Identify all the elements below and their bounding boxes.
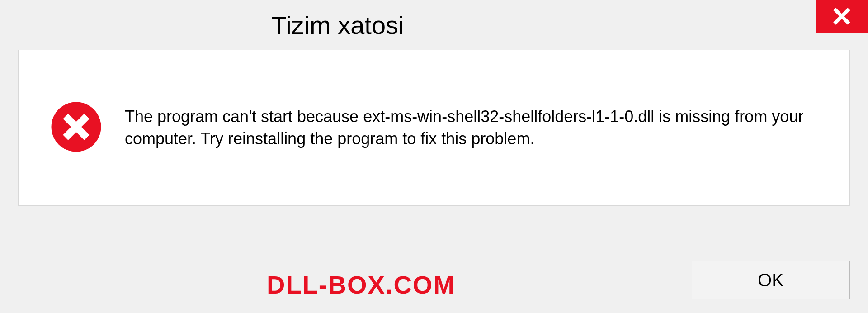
error-icon: [50, 101, 102, 155]
watermark-text: DLL-BOX.COM: [267, 270, 455, 299]
title-bar: Tizim xatosi: [0, 0, 868, 45]
dialog-title: Tizim xatosi: [271, 10, 404, 40]
message-panel: The program can't start because ext-ms-w…: [18, 50, 850, 206]
ok-button[interactable]: OK: [692, 261, 850, 299]
dialog-footer: DLL-BOX.COM OK: [0, 261, 868, 299]
close-icon: [832, 6, 852, 26]
error-message: The program can't start because ext-ms-w…: [125, 106, 826, 150]
ok-button-label: OK: [758, 270, 784, 290]
close-button[interactable]: [816, 0, 868, 33]
